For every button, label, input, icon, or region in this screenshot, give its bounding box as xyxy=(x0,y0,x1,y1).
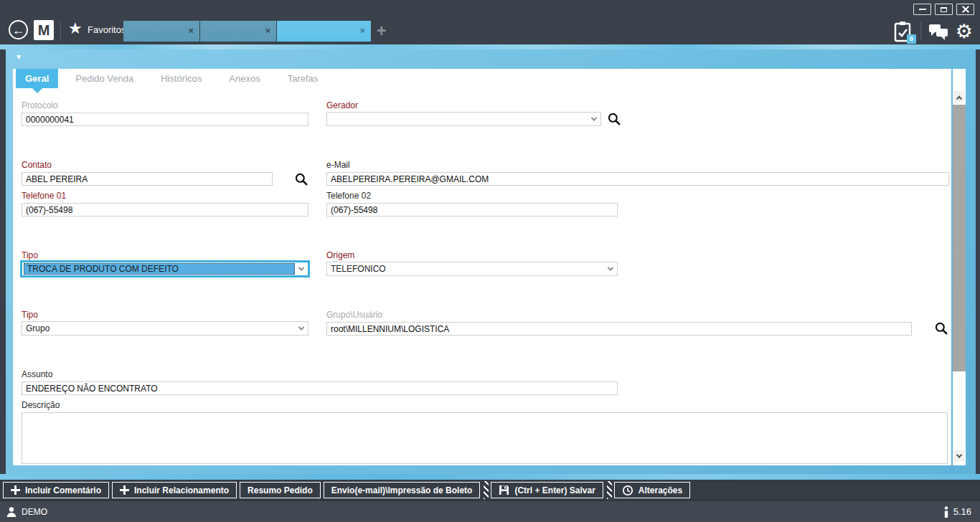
alteracoes-button[interactable]: Alterações xyxy=(614,482,690,498)
chat-button[interactable] xyxy=(928,23,948,40)
save-floppy-icon xyxy=(499,485,509,495)
assunto-field[interactable] xyxy=(22,381,618,395)
telefone01-label: Telefone 01 xyxy=(22,191,66,201)
chat-bubbles-icon xyxy=(928,23,948,40)
record-tabs: Geral Pedido Venda Históricos Anexos Tar… xyxy=(16,69,328,88)
chevron-up-icon xyxy=(956,96,962,102)
chevron-down-icon xyxy=(956,452,962,457)
email-field[interactable] xyxy=(326,172,949,186)
tab-pedido-venda[interactable]: Pedido Venda xyxy=(65,69,143,88)
telefone02-field[interactable] xyxy=(326,203,618,217)
tipo-select[interactable]: TROCA DE PRODUTO COM DEFEITO xyxy=(22,262,308,276)
scroll-down-button[interactable] xyxy=(953,450,965,462)
telefone02-label: Telefone 02 xyxy=(326,191,371,201)
chevron-down-icon[interactable] xyxy=(295,322,308,335)
plus-icon xyxy=(11,485,20,495)
status-bar: DEMO 5.16 xyxy=(0,500,980,522)
chevron-down-icon[interactable] xyxy=(588,113,600,125)
descricao-label: Descrição xyxy=(22,400,60,410)
settings-button[interactable]: ⚙ xyxy=(956,22,973,42)
vertical-scrollbar[interactable] xyxy=(953,69,966,465)
tab-close-icon[interactable]: × xyxy=(188,25,194,37)
toolbar-divider xyxy=(60,21,61,39)
grupo-usuario-label: Grupo\Usuário xyxy=(326,310,382,320)
tab-geral[interactable]: Geral xyxy=(16,69,58,88)
minimize-button[interactable] xyxy=(913,4,931,15)
bottom-strip xyxy=(0,474,980,480)
resumo-pedido-button[interactable]: Resumo Pedido xyxy=(240,482,321,498)
origem-label: Origem xyxy=(326,250,354,260)
contato-search-icon[interactable] xyxy=(294,172,308,186)
action-bar-separator xyxy=(607,481,612,499)
title-bar xyxy=(0,0,980,19)
version-number: 5.16 xyxy=(953,506,971,517)
action-bar-separator xyxy=(484,481,489,499)
action-bar: Incluir Comentário Incluir Relacionament… xyxy=(0,480,980,500)
back-icon: ← xyxy=(12,23,25,37)
tasks-clipboard-button[interactable]: 0 xyxy=(893,21,913,42)
assunto-label: Assunto xyxy=(22,369,52,379)
record-panel: ▾ Geral Pedido Venda Históricos Anexos T… xyxy=(6,49,976,474)
descricao-field[interactable] xyxy=(22,412,948,464)
logged-user[interactable]: DEMO xyxy=(6,506,47,518)
record-content: Geral Pedido Venda Históricos Anexos Tar… xyxy=(13,69,951,465)
gerador-label: Gerador xyxy=(326,100,358,110)
tab-close-icon[interactable]: × xyxy=(265,25,270,37)
grupo-usuario-search-icon[interactable] xyxy=(934,321,948,336)
favorites-star-icon[interactable]: ★ xyxy=(68,19,83,38)
user-name: DEMO xyxy=(22,507,47,517)
favorites-label[interactable]: Favoritos xyxy=(88,24,126,35)
user-icon xyxy=(6,506,17,518)
app-logo[interactable]: M xyxy=(34,20,54,40)
toolbar-divider xyxy=(920,22,921,41)
origem-select[interactable]: TELEFONICO xyxy=(326,262,618,276)
plus-icon xyxy=(120,485,129,495)
incluir-relacionamento-button[interactable]: Incluir Relacionamento xyxy=(112,482,237,498)
application-window: ← M ★ Favoritos × × × + 0 xyxy=(0,0,980,522)
salvar-button[interactable]: (Ctrl + Enter) Salvar xyxy=(491,482,603,498)
logo-letter: M xyxy=(38,22,50,39)
collapse-caret-icon[interactable]: ▾ xyxy=(17,52,21,62)
toolbar-right-icons: 0 ⚙ xyxy=(893,20,973,43)
glass-strip xyxy=(0,44,980,49)
document-tab-2[interactable]: × xyxy=(200,21,276,42)
scroll-up-button[interactable] xyxy=(953,91,965,103)
close-button[interactable] xyxy=(956,4,974,15)
contato-label: Contato xyxy=(22,160,52,170)
history-clock-icon xyxy=(622,485,633,496)
notifications-badge: 0 xyxy=(907,34,916,44)
tipo-atribuicao-label: Tipo xyxy=(22,310,38,320)
scrollbar-thumb[interactable] xyxy=(953,105,966,371)
chevron-down-icon[interactable] xyxy=(604,262,617,275)
protocolo-label: Protocolo xyxy=(22,100,58,110)
info-icon xyxy=(943,506,949,518)
tab-anexos[interactable]: Anexos xyxy=(219,69,270,88)
window-controls xyxy=(913,4,974,15)
back-button[interactable]: ← xyxy=(9,20,28,39)
grupo-usuario-field[interactable] xyxy=(326,322,912,336)
tab-close-icon[interactable]: × xyxy=(359,25,365,37)
document-tab-1[interactable]: × xyxy=(123,21,199,42)
maximize-icon xyxy=(941,7,947,12)
main-toolbar: ← M ★ Favoritos × × × + 0 xyxy=(0,19,980,44)
chevron-down-icon[interactable] xyxy=(295,262,308,275)
gear-icon: ⚙ xyxy=(956,21,973,42)
maximize-button[interactable] xyxy=(935,4,953,15)
email-label: e-Mail xyxy=(326,160,350,170)
gerador-search-icon[interactable] xyxy=(607,112,621,126)
version-info[interactable]: 5.16 xyxy=(943,506,971,518)
tipo-label: Tipo xyxy=(22,250,38,260)
contato-field[interactable] xyxy=(22,172,273,186)
protocolo-field[interactable] xyxy=(22,113,308,126)
tipo-atribuicao-select[interactable]: Grupo xyxy=(22,321,308,336)
new-tab-button[interactable]: + xyxy=(377,22,386,41)
incluir-comentario-button[interactable]: Incluir Comentário xyxy=(3,482,109,498)
close-icon xyxy=(962,6,969,13)
gerador-select[interactable] xyxy=(326,112,601,126)
telefone01-field[interactable] xyxy=(22,203,308,217)
envio-email-boleto-button[interactable]: Envio(e-mail)\Impressão de Boleto xyxy=(324,482,481,498)
tab-historicos[interactable]: Históricos xyxy=(151,69,212,88)
minimize-icon xyxy=(919,9,926,10)
tab-tarefas[interactable]: Tarefas xyxy=(278,69,329,88)
document-tab-3-active[interactable]: × xyxy=(277,21,371,42)
